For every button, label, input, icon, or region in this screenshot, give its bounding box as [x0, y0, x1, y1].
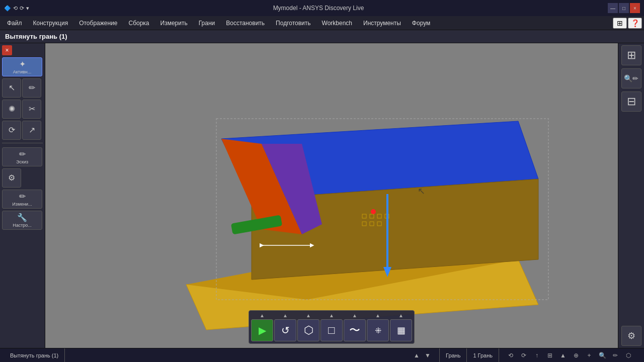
status-nav-down[interactable]: ▼	[422, 350, 433, 361]
bt-scatter-button[interactable]: ⁜	[367, 319, 389, 341]
bt-group-play: ▲ ▶	[251, 313, 273, 341]
axes-indicator: Z X Y	[65, 267, 101, 303]
toolbar-row-4: ⟳ ↗	[2, 121, 43, 140]
settings-icon: ⚙	[8, 173, 15, 183]
legend-val-2: 8,7591	[526, 104, 544, 109]
arrow-icon: ↗	[29, 125, 35, 135]
toolbar-row-configure: 🔧 Настро...	[2, 211, 43, 230]
status-shape-btn[interactable]: ⬡	[623, 350, 634, 361]
menu-display[interactable]: Отображение	[74, 18, 122, 29]
tree-solution-expander[interactable]: ⊕	[55, 296, 59, 302]
bt-wave-button[interactable]: 〜	[344, 319, 366, 341]
bt-arrow-wave[interactable]: ▲	[352, 313, 357, 318]
legend-circle-icon: ⚫	[574, 201, 584, 210]
legend-val-9: 0,0000	[526, 193, 544, 199]
menu-faces[interactable]: Грани	[194, 18, 220, 29]
status-cross-btn[interactable]: ⊕	[571, 350, 582, 361]
bt-replay-button[interactable]: ↺	[274, 319, 296, 341]
bt-arrow-replay[interactable]: ▲	[283, 313, 288, 318]
tool-sketch-button[interactable]: ✏ Эскиз	[2, 147, 42, 166]
menu-icon1[interactable]: ⊞	[613, 18, 627, 29]
tool-active-button[interactable]: ✦ Активн...	[2, 57, 42, 76]
bt-group-wave: ▲ 〜	[344, 313, 366, 341]
menu-assembly[interactable]: Сборка	[123, 18, 154, 29]
bt-arrow-scatter[interactable]: ▲	[375, 313, 380, 318]
tool-rotate-button[interactable]: ⟳	[2, 121, 21, 140]
menu-prepare[interactable]: Подготовить	[271, 18, 315, 29]
svg-line-1	[83, 285, 96, 293]
menu-workbench[interactable]: Workbench	[317, 18, 357, 29]
bt-arrow-solid[interactable]: ▲	[306, 313, 311, 318]
right-button-3[interactable]: ⊟	[621, 92, 641, 112]
legend-bottom-bar: 🌈 ⚫	[526, 201, 584, 210]
maximize-button[interactable]: □	[619, 3, 629, 13]
close-tool-button[interactable]: ×	[2, 45, 12, 55]
legend-val-8: 1,2513	[526, 180, 544, 186]
right-button-1[interactable]: ⊞	[621, 45, 641, 65]
viewport[interactable]: 227435,41mm P ⊟ □ Жидкость 1 (External) …	[45, 43, 618, 348]
tool-settings-button[interactable]: ⚙	[2, 168, 21, 188]
bt-arrow-play[interactable]: ▲	[260, 313, 265, 318]
menu-icon2[interactable]: ❓	[628, 18, 642, 29]
menu-restore[interactable]: Восстановить	[221, 18, 270, 29]
bottom-toolbar: ▲ ▶ ▲ ↺ ▲ ⬡ ▲ □ ▲ 〜 ▲ ⁜	[249, 310, 415, 344]
bt-group-scatter: ▲ ⁜	[367, 313, 389, 341]
tree-temp-arrow[interactable]: ▶	[172, 285, 176, 291]
tree-root-icon: □	[61, 263, 65, 272]
bt-arrow-box[interactable]: ▲	[329, 313, 334, 318]
menubar: Файл Конструкция Отображение Сборка Изме…	[0, 16, 644, 30]
measurement-label: 227435,41mm P	[161, 189, 216, 198]
tool-select-button[interactable]: ↖	[2, 78, 21, 98]
bt-box-button[interactable]: □	[320, 319, 343, 341]
legend-val-1: 10,0104	[526, 90, 544, 96]
toolbar-row-3: ✺ ✂	[2, 100, 43, 119]
toolbar-row-2: ↖ ✏	[2, 78, 43, 98]
draw-icon: ✏	[29, 83, 35, 93]
velocity-legend: Velocity Mag (m s^-1) 87,511 sec 11,2617…	[522, 58, 588, 214]
menu-forum[interactable]: Форум	[407, 18, 435, 29]
minimize-button[interactable]: —	[608, 3, 618, 13]
menu-tools[interactable]: Инструменты	[358, 18, 406, 29]
status-redo-btn[interactable]: ⟳	[518, 350, 529, 361]
bt-play-button[interactable]: ▶	[251, 319, 273, 341]
legend-val-4: 6,2565	[526, 129, 544, 135]
tool-arrow-button[interactable]: ↗	[22, 121, 41, 140]
status-grid-btn[interactable]: ⊞	[544, 350, 555, 361]
legend-val-6: 3,7539	[526, 155, 544, 160]
statusbar: Вытянуть грань (1) ▲ ▼ Грань 1 Грань ⟲ ⟳…	[0, 348, 644, 362]
bt-solid-button[interactable]: ⬡	[297, 319, 319, 341]
redo-icon[interactable]: ⟳	[20, 5, 24, 12]
tool-snap-button[interactable]: ✂	[22, 100, 41, 119]
undo-icon[interactable]: ⟲	[13, 5, 18, 12]
close-button[interactable]: ×	[630, 3, 640, 13]
right-button-settings[interactable]: ⚙	[621, 326, 641, 346]
bt-grid-button[interactable]: ▦	[390, 319, 412, 341]
toolbar-row-1: ×	[2, 45, 43, 55]
bt-arrow-grid[interactable]: ▲	[398, 313, 404, 318]
status-nav-up[interactable]: ▲	[411, 350, 422, 361]
status-undo-btn[interactable]: ⟲	[505, 350, 516, 361]
status-zoom-btn[interactable]: 🔍	[597, 350, 608, 361]
window-controls: — □ ×	[608, 3, 640, 13]
menu-measure[interactable]: Измерить	[155, 18, 193, 29]
status-up-btn[interactable]: ↑	[531, 350, 542, 361]
main-area: × ✦ Активн... ↖ ✏ ✺ ✂ ⟳	[0, 43, 644, 348]
measurement-p-button[interactable]: P	[205, 191, 213, 197]
tool-light-button[interactable]: ✺	[2, 100, 21, 119]
right-button-2[interactable]: 🔍✏	[621, 68, 641, 88]
tool-configure-button[interactable]: 🔧 Настро...	[2, 211, 42, 230]
legend-val-5: 5,0052	[526, 142, 544, 147]
menu-construction[interactable]: Конструкция	[28, 18, 73, 29]
tool-change-button[interactable]: ✏ Измени...	[2, 190, 42, 209]
legend-val-3: 7,5078	[526, 116, 544, 122]
rotate-icon: ⟳	[9, 125, 15, 135]
status-tri-up-btn[interactable]: ▲	[557, 350, 569, 361]
status-edit-btn[interactable]: ✏	[610, 350, 621, 361]
tree-root-expander[interactable]: ⊟	[55, 265, 59, 270]
snap-icon: ✂	[29, 104, 35, 114]
bt-group-box: ▲ □	[320, 313, 343, 341]
status-plus-btn[interactable]: +	[584, 350, 595, 361]
menu-file[interactable]: Файл	[2, 18, 27, 29]
svg-point-3	[82, 291, 85, 294]
tool-draw-button[interactable]: ✏	[22, 78, 41, 98]
